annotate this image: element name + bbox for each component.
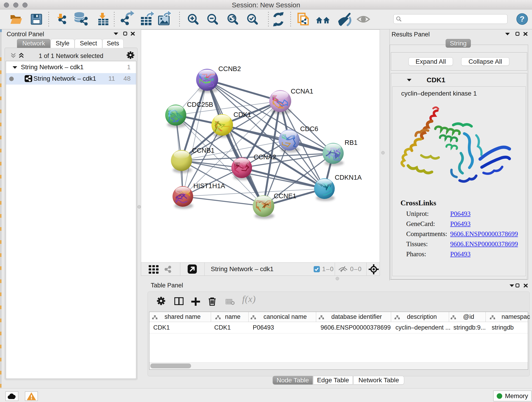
- svg-text:CCNB2: CCNB2: [218, 65, 241, 72]
- svg-text:CCNA2: CCNA2: [254, 153, 276, 161]
- svg-text:CDK1: CDK1: [234, 111, 251, 118]
- svg-text:CCNA1: CCNA1: [291, 88, 313, 95]
- svg-text:CDKN1A: CDKN1A: [335, 174, 362, 181]
- svg-text:?: ?: [520, 14, 525, 23]
- svg-text:CDC6: CDC6: [300, 125, 318, 133]
- svg-text:CCNB1: CCNB1: [192, 147, 215, 154]
- svg-text:CCNE1: CCNE1: [274, 192, 296, 200]
- svg-text:RB1: RB1: [345, 139, 357, 146]
- svg-text:HIST1H1A: HIST1H1A: [193, 182, 225, 190]
- svg-text:CDC25B: CDC25B: [187, 101, 213, 108]
